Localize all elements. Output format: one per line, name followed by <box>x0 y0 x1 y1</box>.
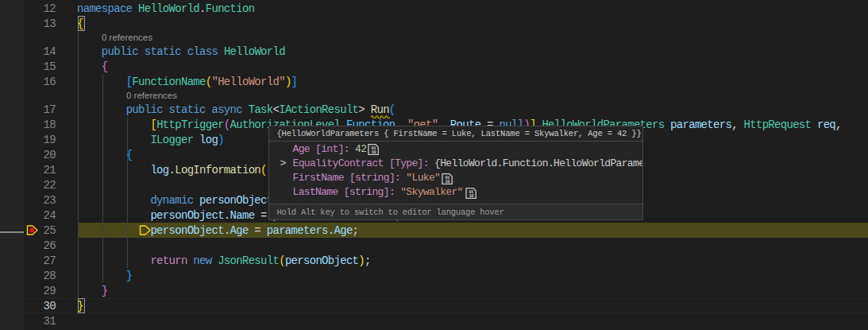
svg-text:10: 10 <box>445 180 449 184</box>
svg-text:10: 10 <box>469 194 473 199</box>
svg-text:10: 10 <box>371 150 376 155</box>
